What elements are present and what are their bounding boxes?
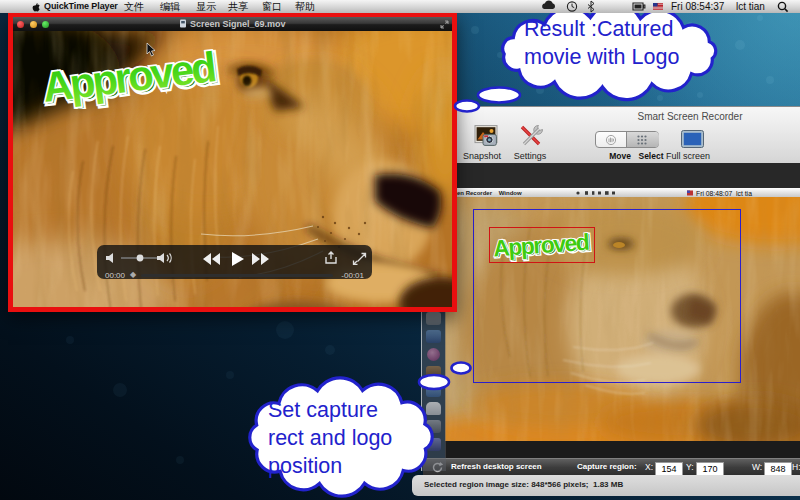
svg-text:Approved: Approved	[40, 45, 217, 109]
svg-text:Fri 08:48:07 lct tia: Fri 08:48:07 lct tia	[696, 190, 752, 197]
